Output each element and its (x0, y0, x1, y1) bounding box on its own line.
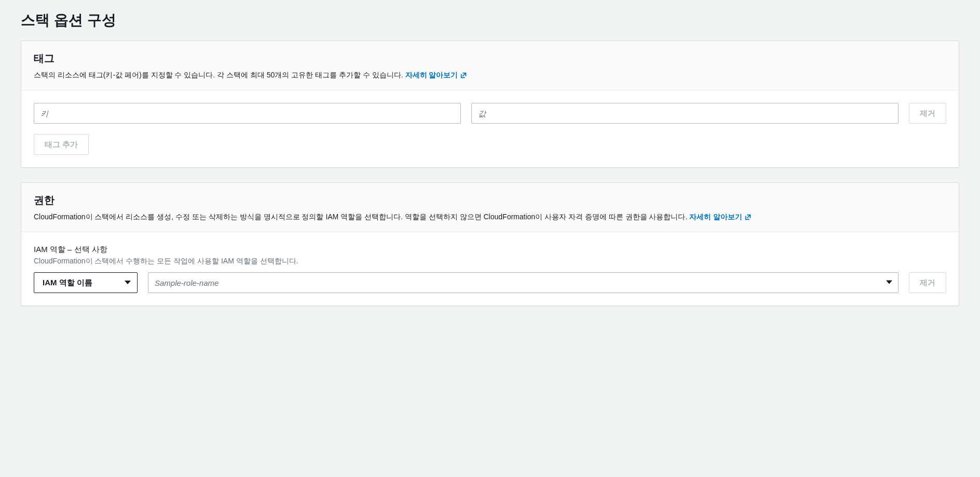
iam-role-type-select[interactable]: IAM 역할 이름 (34, 272, 138, 293)
tag-value-input[interactable] (471, 103, 899, 124)
external-link-icon (744, 214, 752, 221)
permissions-learn-more-link[interactable]: 자세히 알아보기 (689, 211, 752, 222)
caret-down-icon (125, 279, 131, 287)
iam-role-type-select-label: IAM 역할 이름 (43, 278, 92, 288)
tag-remove-button[interactable]: 제거 (909, 103, 946, 124)
permissions-title: 권한 (34, 193, 946, 207)
tag-add-button[interactable]: 태그 추가 (34, 134, 89, 155)
tags-panel: 태그 스택의 리소스에 태그(키-값 페어)를 지정할 수 있습니다. 각 스택… (21, 41, 959, 168)
page-title: 스택 옵션 구성 (21, 10, 959, 30)
permissions-learn-more-text: 자세히 알아보기 (689, 211, 742, 222)
permissions-panel-body: IAM 역할 – 선택 사항 CloudFormation이 스택에서 수행하는… (21, 232, 959, 306)
tag-key-input[interactable] (34, 103, 461, 124)
iam-role-hint: CloudFormation이 스택에서 수행하는 모든 작업에 사용할 IAM… (34, 257, 946, 266)
tags-panel-body: 제거 태그 추가 (21, 90, 959, 167)
external-link-icon (460, 72, 467, 79)
permissions-description: CloudFormation이 스택에서 리소스를 생성, 수정 또는 삭제하는… (34, 211, 946, 222)
tag-row: 제거 (34, 103, 946, 124)
tags-learn-more-text: 자세히 알아보기 (405, 70, 458, 81)
permissions-description-text: CloudFormation이 스택에서 리소스를 생성, 수정 또는 삭제하는… (34, 213, 687, 221)
iam-role-type-select-wrapper: IAM 역할 이름 (34, 272, 138, 293)
iam-role-name-wrapper (148, 272, 899, 293)
permissions-panel: 권한 CloudFormation이 스택에서 리소스를 생성, 수정 또는 삭… (21, 182, 959, 306)
tags-learn-more-link[interactable]: 자세히 알아보기 (405, 70, 468, 81)
iam-role-label: IAM 역할 – 선택 사항 (34, 245, 946, 255)
tags-description-text: 스택의 리소스에 태그(키-값 페어)를 지정할 수 있습니다. 각 스택에 최… (34, 71, 403, 79)
tags-panel-header: 태그 스택의 리소스에 태그(키-값 페어)를 지정할 수 있습니다. 각 스택… (21, 41, 959, 90)
tags-description: 스택의 리소스에 태그(키-값 페어)를 지정할 수 있습니다. 각 스택에 최… (34, 70, 946, 81)
iam-role-remove-button[interactable]: 제거 (909, 272, 946, 293)
permissions-panel-header: 권한 CloudFormation이 스택에서 리소스를 생성, 수정 또는 삭… (21, 183, 959, 232)
iam-role-name-input[interactable] (148, 272, 899, 293)
tags-title: 태그 (34, 51, 946, 65)
iam-role-row: IAM 역할 이름 제거 (34, 272, 946, 293)
